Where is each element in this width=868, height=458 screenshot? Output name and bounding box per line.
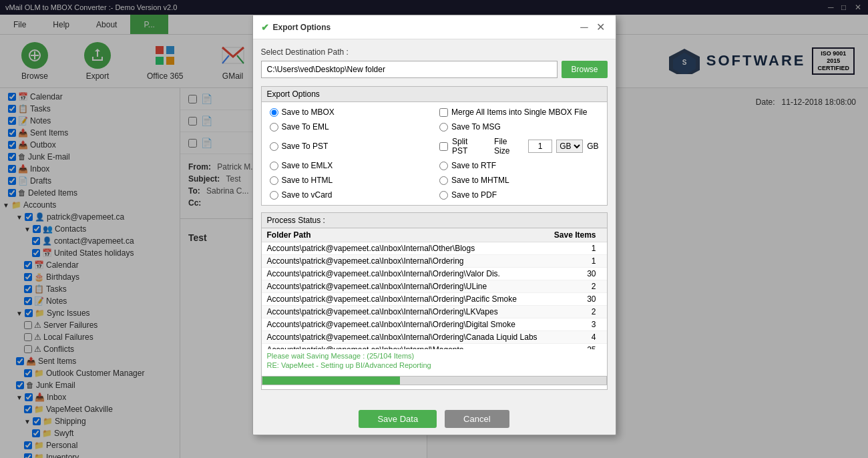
row-items: 3: [548, 320, 602, 329]
table-row: Accounts\patrick@vapemeet.ca\Inbox\Inter…: [262, 344, 607, 349]
radio-pst[interactable]: [270, 142, 278, 151]
col-folder-path: Folder Path: [267, 230, 548, 240]
option-pst[interactable]: Save To PST: [264, 134, 435, 158]
process-table-body[interactable]: Accounts\patrick@vapemeet.ca\Inbox\Inter…: [262, 242, 607, 349]
label-mbox: Save to MBOX: [282, 107, 335, 117]
row-path: Accounts\patrick@vapemeet.ca\Inbox\Inter…: [267, 256, 548, 266]
dialog-minimize-btn[interactable]: ─: [578, 21, 590, 33]
label-split-pst: Split PST: [452, 137, 485, 156]
label-html: Save to HTML: [282, 176, 333, 185]
row-items: 25: [548, 345, 602, 349]
gb-label: GB: [587, 142, 598, 151]
dialog-title: ✔ Export Options: [261, 22, 331, 33]
option-pdf[interactable]: Save to PDF: [434, 188, 604, 202]
table-row: Accounts\patrick@vapemeet.ca\Inbox\Inter…: [262, 318, 607, 331]
option-mhtml[interactable]: Save to MHTML: [434, 173, 604, 188]
dialog-title-text: Export Options: [273, 23, 331, 32]
export-options-grid: Save to MBOX Merge All Items into Single…: [262, 102, 607, 205]
status-msg-1: Please wait Saving Message : (25/104 Ite…: [267, 352, 602, 360]
radio-mbox[interactable]: [270, 108, 278, 117]
row-items: 2: [548, 282, 602, 291]
table-row: Accounts\patrick@vapemeet.ca\Inbox\Inter…: [262, 242, 607, 255]
dialog-titlebar: ✔ Export Options ─ ✕: [253, 15, 616, 39]
option-emlx[interactable]: Save to EMLX: [264, 158, 435, 173]
option-vcard[interactable]: Save to vCard: [264, 188, 435, 202]
export-options-title: Export Options: [262, 87, 607, 102]
row-path: Accounts\patrick@vapemeet.ca\Inbox\Inter…: [267, 244, 548, 253]
radio-html[interactable]: [270, 176, 278, 185]
table-row: Accounts\patrick@vapemeet.ca\Inbox\Inter…: [262, 331, 607, 344]
option-merge[interactable]: Merge All Items into Single MBOX File: [434, 105, 604, 120]
path-input[interactable]: [261, 61, 558, 78]
row-items: 2: [548, 307, 602, 316]
label-rtf: Save to RTF: [451, 161, 496, 170]
label-emlx: Save to EMLX: [282, 161, 333, 170]
option-msg[interactable]: Save To MSG: [434, 120, 604, 134]
radio-msg[interactable]: [439, 123, 448, 132]
dialog-title-icon: ✔: [261, 22, 269, 33]
label-merge: Merge All Items into Single MBOX File: [451, 107, 587, 117]
col-save-items: Save Items: [548, 230, 602, 240]
label-msg: Save To MSG: [451, 122, 501, 132]
process-table-header: Folder Path Save Items: [262, 228, 607, 242]
table-row: Accounts\patrick@vapemeet.ca\Inbox\Inter…: [262, 268, 607, 280]
label-pst: Save To PST: [282, 142, 329, 151]
progress-bar-fill: [262, 377, 400, 385]
row-path: Accounts\patrick@vapemeet.ca\Inbox\Inter…: [267, 332, 548, 342]
label-pdf: Save to PDF: [451, 190, 497, 200]
modal-overlay: ✔ Export Options ─ ✕ Select Destination …: [0, 0, 868, 458]
export-dialog: ✔ Export Options ─ ✕ Select Destination …: [252, 15, 616, 435]
label-mhtml: Save to MHTML: [451, 176, 509, 185]
row-path: Accounts\patrick@vapemeet.ca\Inbox\Inter…: [267, 345, 548, 349]
row-path: Accounts\patrick@vapemeet.ca\Inbox\Inter…: [267, 294, 548, 304]
dialog-controls: ─ ✕: [578, 21, 607, 33]
path-row: Browse: [261, 61, 608, 78]
option-html[interactable]: Save to HTML: [264, 173, 435, 188]
status-messages: Please wait Saving Message : (25/104 Ite…: [262, 349, 607, 372]
process-status-title: Process Status :: [262, 213, 607, 228]
row-path: Accounts\patrick@vapemeet.ca\Inbox\Inter…: [267, 282, 548, 291]
table-row: Accounts\patrick@vapemeet.ca\Inbox\Inter…: [262, 293, 607, 306]
row-items: 30: [548, 269, 602, 278]
row-items: 4: [548, 332, 602, 342]
radio-emlx[interactable]: [270, 162, 278, 170]
cancel-btn[interactable]: Cancel: [445, 410, 509, 428]
dialog-footer: Save Data Cancel: [253, 403, 616, 435]
radio-mhtml[interactable]: [439, 176, 448, 185]
dialog-close-btn[interactable]: ✕: [594, 21, 608, 33]
checkbox-merge[interactable]: [439, 108, 448, 117]
option-rtf[interactable]: Save to RTF: [434, 158, 604, 173]
radio-eml[interactable]: [270, 123, 278, 132]
progress-bar-container: [262, 376, 607, 385]
radio-rtf[interactable]: [439, 162, 448, 170]
table-row: Accounts\patrick@vapemeet.ca\Inbox\Inter…: [262, 280, 607, 293]
row-items: 1: [548, 244, 602, 253]
save-data-btn[interactable]: Save Data: [359, 410, 437, 428]
process-status-box: Process Status : Folder Path Save Items …: [261, 212, 608, 390]
option-mbox[interactable]: Save to MBOX: [264, 105, 435, 120]
table-row: Accounts\patrick@vapemeet.ca\Inbox\Inter…: [262, 306, 607, 318]
row-path: Accounts\patrick@vapemeet.ca\Inbox\Inter…: [267, 307, 548, 316]
label-vcard: Save to vCard: [282, 190, 333, 200]
split-size-input[interactable]: [528, 140, 552, 153]
table-row: Accounts\patrick@vapemeet.ca\Inbox\Inter…: [262, 255, 607, 268]
label-eml: Save To EML: [282, 122, 329, 132]
browse-dialog-btn[interactable]: Browse: [562, 61, 607, 78]
status-msg-2: RE: VapeMeet - Setting up BI/Advanced Re…: [267, 361, 602, 369]
checkbox-split-pst[interactable]: [439, 142, 448, 151]
file-size-label: File Size: [494, 137, 524, 156]
destination-label: Select Destination Path :: [261, 47, 608, 57]
dialog-body: Select Destination Path : Browse Export …: [253, 39, 616, 403]
split-pst-row: Split PST File Size GB MB GB: [434, 134, 604, 158]
row-path: Accounts\patrick@vapemeet.ca\Inbox\Inter…: [267, 320, 548, 329]
option-eml[interactable]: Save To EML: [264, 120, 435, 134]
radio-vcard[interactable]: [270, 191, 278, 200]
row-items: 30: [548, 294, 602, 304]
split-unit-select[interactable]: GB MB: [556, 140, 583, 153]
row-path: Accounts\patrick@vapemeet.ca\Inbox\Inter…: [267, 269, 548, 278]
row-items: 1: [548, 256, 602, 266]
radio-pdf[interactable]: [439, 191, 448, 200]
export-options-box: Export Options Save to MBOX Merge All It…: [261, 86, 608, 206]
